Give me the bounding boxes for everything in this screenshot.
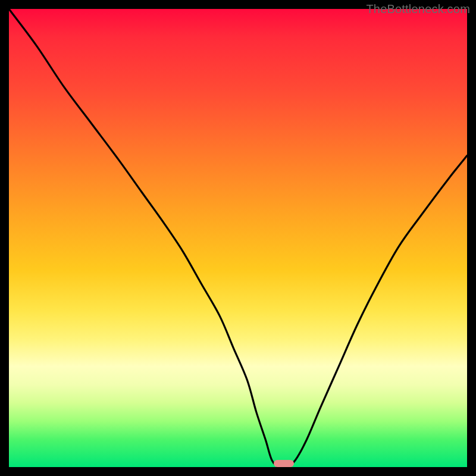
bottleneck-marker [274, 460, 294, 467]
plot-area [9, 9, 467, 467]
curve-line [9, 9, 467, 467]
curve-path [9, 9, 467, 467]
chart-frame: TheBottleneck.com [0, 0, 476, 476]
